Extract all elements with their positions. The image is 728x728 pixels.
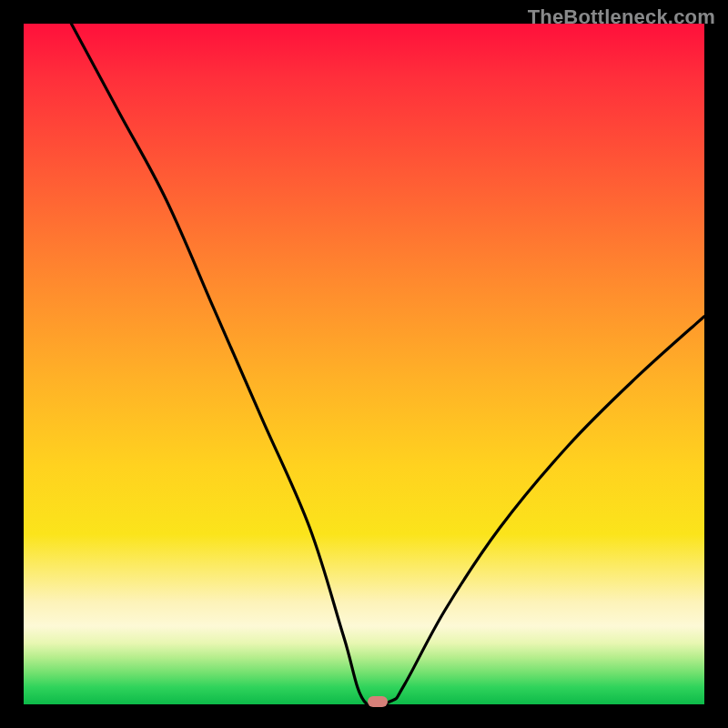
chart-stage: TheBottleneck.com [0,0,728,728]
plot-area [24,24,704,704]
curve-path [71,24,704,704]
bottleneck-curve [24,24,704,704]
optimal-point-marker [368,696,388,707]
